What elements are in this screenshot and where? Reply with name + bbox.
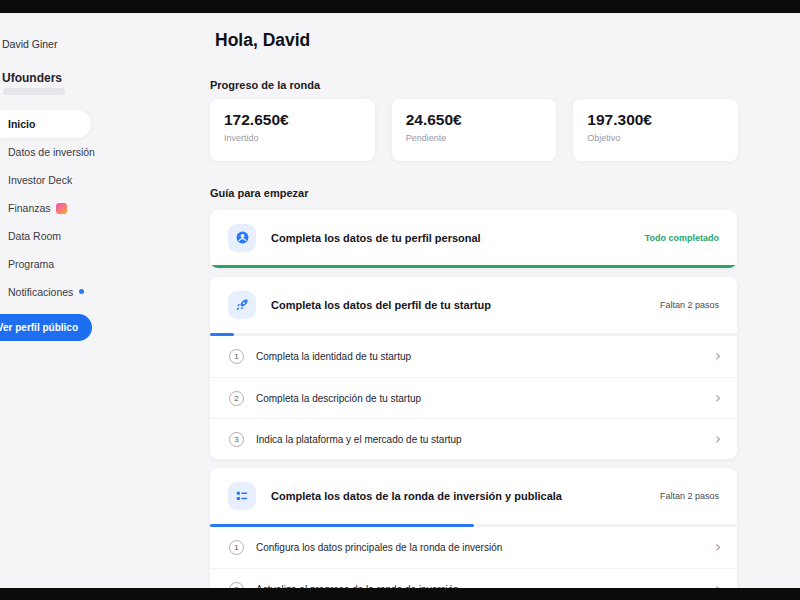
chevron-right-icon: › xyxy=(715,391,721,406)
stat-value: 24.650€ xyxy=(406,111,543,129)
progress-fill xyxy=(210,265,737,268)
stat-label: Invertido xyxy=(224,133,361,143)
progress-bar xyxy=(210,333,737,336)
sidebar-item-data-room[interactable]: Data Room xyxy=(0,223,61,249)
step-number-badge: 1 xyxy=(229,540,244,555)
sidebar-item-inicio[interactable]: Inicio xyxy=(0,110,91,138)
guide-section-header[interactable]: Completa los datos del perfil de tu star… xyxy=(210,277,737,333)
step-label: Completa la identidad de tu startup xyxy=(256,351,411,362)
guide-section-status: Faltan 2 pasos xyxy=(660,300,719,310)
letterbox-bottom xyxy=(0,588,800,600)
round-progress-title: Progreso de la ronda xyxy=(210,79,320,91)
sidebar-item-label: Datos de inversión xyxy=(8,146,95,158)
sidebar-item-investor-deck[interactable]: Investor Deck xyxy=(0,167,72,193)
stat-card-target: 197.300€ Objetivo xyxy=(573,99,738,161)
progress-bar xyxy=(210,524,737,527)
step-round-main-data[interactable]: 1 Configura los datos principales de la … xyxy=(210,527,737,568)
user-circle-icon xyxy=(228,224,256,252)
step-label: Configura los datos principales de la ro… xyxy=(256,542,502,553)
sidebar: David Giner Ufounders Inicio Datos de in… xyxy=(0,13,200,588)
sidebar-item-label: Finanzas xyxy=(8,202,51,214)
guide-steps: 1 Completa la identidad de tu startup › … xyxy=(210,336,737,459)
step-label: Indica la plataforma y el mercado de tu … xyxy=(256,434,462,445)
unread-dot-icon xyxy=(79,289,84,294)
chevron-right-icon: › xyxy=(715,432,721,447)
progress-fill xyxy=(210,333,234,336)
getting-started-guide: Completa los datos de tu perfil personal… xyxy=(210,210,737,600)
guide-section-header[interactable]: Completa los datos de tu perfil personal… xyxy=(210,210,737,265)
sidebar-item-datos-de-inversion[interactable]: Datos de inversión xyxy=(0,139,95,165)
step-number-badge: 2 xyxy=(229,391,244,406)
step-number-badge: 3 xyxy=(229,432,244,447)
guide-card-startup-profile: Completa los datos del perfil de tu star… xyxy=(210,277,737,459)
sidebar-item-programa[interactable]: Programa xyxy=(0,251,54,277)
guide-title: Guía para empezar xyxy=(210,187,308,199)
checklist-icon xyxy=(228,482,256,510)
chevron-right-icon: › xyxy=(715,540,721,555)
stat-card-pending: 24.650€ Pendiente xyxy=(392,99,557,161)
stat-label: Pendiente xyxy=(406,133,543,143)
sidebar-item-label: Notificaciones xyxy=(8,286,73,298)
gradient-app-badge-icon xyxy=(56,203,67,214)
guide-section-title: Completa los datos de tu perfil personal xyxy=(271,232,481,244)
rocket-icon xyxy=(228,291,256,319)
step-label: Completa la descripción de tu startup xyxy=(256,393,421,404)
step-startup-identity[interactable]: 1 Completa la identidad de tu startup › xyxy=(210,336,737,377)
brand-subtitle xyxy=(3,88,65,95)
step-number-badge: 1 xyxy=(229,349,244,364)
letterbox-top xyxy=(0,0,800,13)
sidebar-item-notificaciones[interactable]: Notificaciones xyxy=(0,279,84,305)
page-title: Hola, David xyxy=(215,30,310,51)
sidebar-user-name: David Giner xyxy=(2,38,57,50)
guide-section-title: Completa los datos del perfil de tu star… xyxy=(271,299,491,311)
round-progress-stats: 172.650€ Invertido 24.650€ Pendiente 197… xyxy=(210,99,738,161)
sidebar-item-label: Programa xyxy=(8,258,54,270)
step-platform-market[interactable]: 3 Indica la plataforma y el mercado de t… xyxy=(210,418,737,459)
sidebar-item-label: Inicio xyxy=(8,118,35,130)
progress-fill xyxy=(210,524,474,527)
guide-section-status: Faltan 2 pasos xyxy=(660,491,719,501)
sidebar-item-label: Data Room xyxy=(8,230,61,242)
sidebar-item-label: Investor Deck xyxy=(8,174,72,186)
guide-section-header[interactable]: Completa los datos de la ronda de invers… xyxy=(210,468,737,524)
guide-section-title: Completa los datos de la ronda de invers… xyxy=(271,490,562,502)
sidebar-item-finanzas[interactable]: Finanzas xyxy=(0,195,67,221)
guide-section-status: Todo completado xyxy=(645,233,719,243)
stat-value: 172.650€ xyxy=(224,111,361,129)
stat-label: Objetivo xyxy=(587,133,724,143)
step-startup-description[interactable]: 2 Completa la descripción de tu startup … xyxy=(210,377,737,418)
view-public-profile-button[interactable]: Ver perfil público xyxy=(0,314,92,341)
progress-bar xyxy=(210,265,737,268)
brand-logo: Ufounders xyxy=(2,71,62,85)
guide-card-investment-round: Completa los datos de la ronda de invers… xyxy=(210,468,737,600)
stat-card-invested: 172.650€ Invertido xyxy=(210,99,375,161)
guide-card-personal-profile: Completa los datos de tu perfil personal… xyxy=(210,210,737,268)
stat-value: 197.300€ xyxy=(587,111,724,129)
chevron-right-icon: › xyxy=(715,349,721,364)
